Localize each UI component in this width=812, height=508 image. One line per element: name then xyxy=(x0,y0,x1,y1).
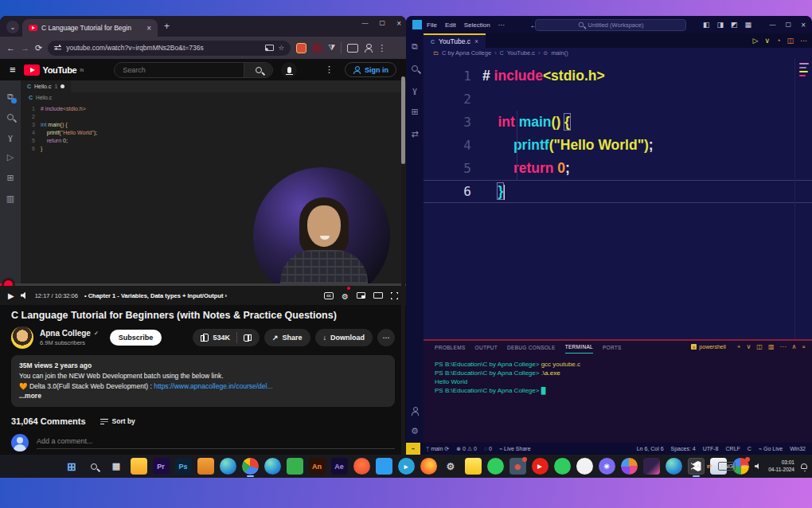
address-bar[interactable]: youtube.com/watch?v=irqbmMNs2Bo&t=736s ☆ xyxy=(48,41,291,56)
channel-avatar[interactable] xyxy=(11,326,33,349)
whatsapp-web[interactable] xyxy=(576,458,593,475)
tab-search-button[interactable]: ⌄ xyxy=(6,21,19,33)
cast-icon[interactable] xyxy=(265,45,274,51)
back-button[interactable]: ← xyxy=(6,43,15,53)
browser-menu-kebab-icon[interactable]: ⋮ xyxy=(377,43,386,53)
bookmark-star-icon[interactable]: ☆ xyxy=(279,44,285,52)
editor-action-icon[interactable]: ◔ xyxy=(776,37,780,45)
remote-icon[interactable]: ⇄ xyxy=(411,129,418,139)
search-button[interactable] xyxy=(244,63,272,77)
extensions-icon[interactable]: ⊞ xyxy=(6,173,14,183)
status-item[interactable]: Win32 xyxy=(790,446,806,452)
search-input[interactable]: Search xyxy=(115,66,244,74)
telegram[interactable]: ▸ xyxy=(398,458,415,475)
breadcrumb-item[interactable]: YouTube.c xyxy=(507,49,535,57)
chapter-title[interactable]: • Chapter 1 - Variables, Data types + In… xyxy=(84,292,227,299)
extension-icon-1[interactable] xyxy=(296,43,306,53)
layout-icon[interactable]: ◧ xyxy=(703,21,710,29)
hamburger-menu-icon[interactable]: ≡ xyxy=(10,64,16,76)
layout-icon[interactable]: ◩ xyxy=(731,21,738,29)
vscode-close-button[interactable]: × xyxy=(801,21,806,29)
remote-indicator[interactable]: ⌁ xyxy=(406,443,420,455)
status-item[interactable]: C xyxy=(748,446,751,452)
vscode-minimize-button[interactable]: — xyxy=(770,21,776,29)
status-item[interactable]: Spaces: 4 xyxy=(671,446,696,452)
tray-chevron-icon[interactable]: ∧ xyxy=(696,463,701,470)
wps-office[interactable] xyxy=(287,458,303,475)
fullscreen-icon[interactable] xyxy=(391,292,398,299)
signin-button[interactable]: Sign in xyxy=(345,62,396,77)
menu-item[interactable]: Edit xyxy=(445,21,456,29)
search-icon[interactable] xyxy=(86,458,103,475)
notifications-bell-icon[interactable] xyxy=(801,463,807,469)
layout-icon[interactable]: ▦ xyxy=(744,21,751,29)
panel-action-icon[interactable]: + xyxy=(737,343,741,350)
status-item[interactable]: ◌ 0 xyxy=(484,446,492,452)
close-button[interactable]: × xyxy=(396,19,401,28)
copilot[interactable]: ✳ xyxy=(599,458,615,475)
task-view[interactable]: ▦ xyxy=(108,458,125,475)
app-blue-tile[interactable] xyxy=(376,458,392,475)
play-button[interactable]: ▶ xyxy=(8,291,14,300)
profile-avatar-icon[interactable] xyxy=(364,44,372,52)
panel-tab-problems[interactable]: PROBLEMS xyxy=(435,341,466,354)
vscode-breadcrumb[interactable]: 🗀C by Apna College›CYouTube.c›⊙main() xyxy=(424,48,812,58)
miniplayer-icon[interactable] xyxy=(357,292,365,299)
status-item[interactable]: ᛘ main ⟳ xyxy=(426,446,449,452)
display-tray-icon[interactable]: ▭ xyxy=(742,463,748,470)
shell-selector[interactable]: ≥powershell xyxy=(691,344,725,350)
store-app[interactable] xyxy=(197,458,214,475)
start-button[interactable]: ⊞ xyxy=(64,458,80,475)
edge-browser[interactable] xyxy=(220,458,236,475)
editor-action-icon[interactable]: ∨ xyxy=(764,37,770,45)
voice-search-button[interactable] xyxy=(281,62,297,78)
tab-close-icon[interactable]: × xyxy=(474,37,478,45)
editor-action-icon[interactable]: ⋯ xyxy=(800,37,807,45)
panel-tab-output[interactable]: OUTPUT xyxy=(475,341,498,354)
maps-pin[interactable]: ◉ xyxy=(509,458,526,475)
panel-action-icon[interactable]: ◫ xyxy=(756,343,763,350)
firefox[interactable] xyxy=(420,458,437,475)
video-player[interactable]: ⧉ɣ▷⊞▥ C Hello.c 1 C Hello.c 1# include<s… xyxy=(0,80,406,305)
status-item[interactable]: CRLF xyxy=(726,446,740,452)
browser-scrollbar[interactable] xyxy=(401,76,405,455)
menu-item[interactable]: File xyxy=(427,21,437,29)
youtube-app[interactable]: ▶ xyxy=(532,458,548,475)
description-box[interactable]: 35M views 2 years ago You can join the N… xyxy=(11,355,395,407)
vscode-maximize-button[interactable]: ▢ xyxy=(786,21,792,29)
extensions-icon[interactable]: ⊞ xyxy=(411,107,418,117)
accounts-icon[interactable] xyxy=(411,407,419,416)
picsart[interactable] xyxy=(643,458,660,475)
photoshop[interactable]: Ps xyxy=(175,458,192,475)
like-dislike-pill[interactable]: 534K xyxy=(193,329,260,346)
breadcrumb-item[interactable]: C by Apna College xyxy=(442,49,491,57)
panel-action-icon[interactable]: ▥ xyxy=(768,343,775,350)
breadcrumb-item[interactable]: main() xyxy=(551,49,568,57)
panel-action-icon[interactable]: ∧ xyxy=(791,343,796,350)
forward-button[interactable]: → xyxy=(21,43,29,53)
panel-tab-ports[interactable]: PORTS xyxy=(603,341,622,354)
menu-item[interactable]: ⋯ xyxy=(498,21,505,29)
source-control-icon[interactable]: ɣ xyxy=(8,132,13,142)
new-tab-button[interactable]: + xyxy=(164,21,170,32)
edge-browser-2[interactable] xyxy=(264,458,281,475)
panel-action-icon[interactable]: ⋯ xyxy=(779,343,786,350)
show-more-link[interactable]: ...more xyxy=(19,391,387,401)
reload-button[interactable]: ⟳ xyxy=(35,43,42,53)
minimize-button[interactable]: — xyxy=(362,19,369,28)
maximize-button[interactable]: ▢ xyxy=(380,19,386,28)
settings-gear-icon[interactable]: ⚙ xyxy=(443,458,459,475)
sort-by-button[interactable]: Sort by xyxy=(100,417,135,425)
layout-icon[interactable]: ◨ xyxy=(716,21,724,29)
extension-icon-2[interactable] xyxy=(312,43,322,53)
menu-item[interactable]: Selection xyxy=(464,21,490,29)
player-settings-button[interactable]: ⚙ xyxy=(342,288,349,303)
panel-tab-debug-console[interactable]: DEBUG CONSOLE xyxy=(507,341,556,354)
chart-icon[interactable]: ▥ xyxy=(6,193,14,204)
code-editor[interactable]: 1# include<stdio.h>23 int main() {4 prin… xyxy=(424,58,812,339)
description-link[interactable]: https://www.apnacollege.in/course/del... xyxy=(154,382,272,390)
share-button[interactable]: ↗Share xyxy=(264,329,310,346)
run-icon[interactable]: ▷ xyxy=(7,152,14,162)
adobe-animate[interactable]: An xyxy=(309,458,326,475)
status-item[interactable]: ⌁ Go Live xyxy=(759,446,783,452)
